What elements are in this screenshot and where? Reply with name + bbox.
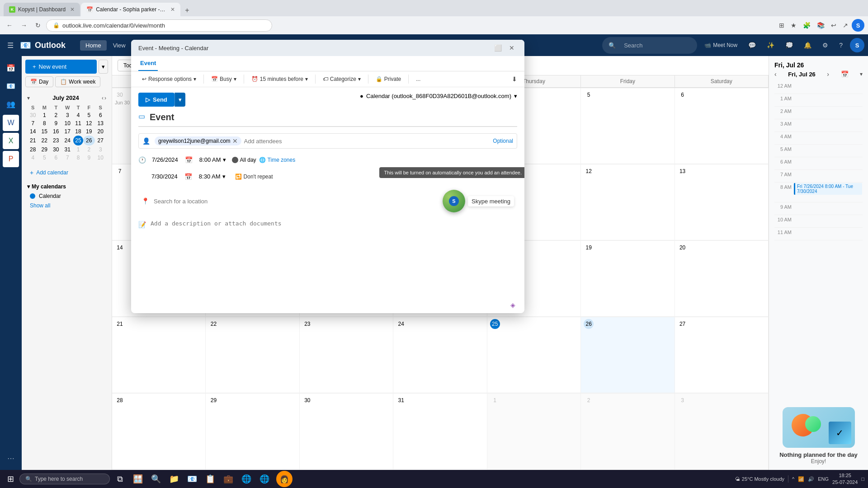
- notifications-button[interactable]: 🔔: [800, 40, 815, 51]
- help-question-button[interactable]: ?: [835, 40, 846, 51]
- attendee-remove-button[interactable]: ✕: [232, 137, 238, 145]
- cal-selected[interactable]: 26: [83, 136, 95, 145]
- end-date-input[interactable]: 7/30/2024: [148, 171, 181, 182]
- cal-day[interactable]: 5: [39, 154, 51, 162]
- description-input[interactable]: [151, 220, 517, 310]
- time-slot-7am[interactable]: [793, 170, 863, 182]
- taskbar-tasks[interactable]: 📋: [202, 471, 218, 487]
- time-slot-8am[interactable]: Fri 7/26/2024 8:00 AM - Tue 7/30/2024: [793, 183, 863, 202]
- volume-icon[interactable]: 🔊: [808, 476, 814, 482]
- tab-kopyst-close[interactable]: ✕: [70, 6, 75, 13]
- forward-button[interactable]: →: [18, 20, 30, 31]
- event-block-8am[interactable]: Fri 7/26/2024 8:00 AM - Tue 7/30/2024: [794, 183, 862, 195]
- cal-cell-31[interactable]: 31: [393, 394, 487, 470]
- icon-bar-ppt[interactable]: P: [3, 151, 19, 167]
- cal-day[interactable]: 8: [39, 119, 51, 127]
- mini-cal-collapse[interactable]: ▾: [27, 95, 30, 101]
- cal-day[interactable]: 24: [62, 136, 74, 145]
- cal-cell-19[interactable]: 19: [581, 241, 675, 317]
- work-week-view-button[interactable]: 📋 Work week: [55, 76, 100, 87]
- cal-day[interactable]: 30: [50, 145, 62, 154]
- response-options-button[interactable]: ↩ Response options ▾: [138, 74, 200, 84]
- time-slot-4am[interactable]: [793, 132, 863, 144]
- skype-meeting-area[interactable]: S Skype meeting: [443, 190, 514, 212]
- hamburger-menu[interactable]: ☰: [4, 39, 17, 52]
- modal-close-button[interactable]: ✕: [506, 43, 517, 52]
- cal-day[interactable]: 13: [95, 119, 107, 127]
- cal-day[interactable]: 21: [27, 136, 39, 145]
- cal-day[interactable]: 2: [50, 111, 62, 119]
- cal-day[interactable]: 10: [62, 119, 74, 127]
- icon-bar-calendar[interactable]: 📅: [3, 60, 19, 76]
- new-event-button[interactable]: + New event: [25, 60, 97, 74]
- icon-bar-people[interactable]: 👥: [3, 96, 19, 112]
- tab-kopyst[interactable]: K Kopyst | Dashboard ✕: [4, 3, 80, 16]
- cal-day[interactable]: 5: [83, 111, 95, 119]
- cal-cell-28[interactable]: 28: [112, 394, 206, 470]
- taskbar-search-app[interactable]: 🔍: [148, 471, 164, 487]
- mini-cal-next[interactable]: ›: [104, 95, 106, 101]
- cal-day[interactable]: 4: [73, 111, 83, 119]
- icon-bar-word[interactable]: W: [3, 115, 19, 131]
- day-view-button[interactable]: 📅 Day: [25, 76, 53, 87]
- back-button[interactable]: ←: [4, 20, 15, 31]
- start-date-picker[interactable]: 📅: [184, 155, 193, 164]
- cal-cell-5[interactable]: 5: [581, 88, 675, 164]
- cal-cell-aug1[interactable]: 1: [487, 394, 581, 470]
- cal-day[interactable]: 3: [95, 145, 107, 154]
- cal-day[interactable]: 29: [39, 145, 51, 154]
- nav-tab-view[interactable]: View: [108, 40, 131, 51]
- taskbar-task-view[interactable]: ⧉: [112, 471, 128, 487]
- cal-day[interactable]: 28: [27, 145, 39, 154]
- attendee-tag[interactable]: greywilson12june@gmail.com ✕: [155, 136, 241, 145]
- show-all-button[interactable]: Show all: [27, 201, 106, 211]
- send-button[interactable]: ▷ Send: [138, 93, 175, 107]
- cal-cell-12[interactable]: 12: [581, 164, 675, 240]
- extensions2-button[interactable]: 🧩: [800, 19, 813, 32]
- skype-bubble[interactable]: S: [443, 190, 465, 212]
- mini-cal-prev[interactable]: ‹: [102, 95, 104, 101]
- cal-day[interactable]: 7: [62, 154, 74, 162]
- taskbar-clock[interactable]: 18:25 25-07-2024: [832, 472, 858, 486]
- event-title[interactable]: Event: [150, 112, 174, 122]
- collections-button[interactable]: 📚: [814, 19, 827, 32]
- busy-button[interactable]: 📅 Busy ▾: [208, 74, 240, 84]
- settings-button[interactable]: ⚙: [819, 40, 832, 51]
- tab-calendar-close[interactable]: ✕: [170, 6, 175, 13]
- cal-day[interactable]: 6: [50, 154, 62, 162]
- cal-day[interactable]: 20: [95, 127, 107, 136]
- calendar-selector[interactable]: ● Calendar (outlook_868F0D39A82D601B@out…: [360, 93, 517, 99]
- modal-tab-event[interactable]: Event: [138, 56, 158, 71]
- cal-day[interactable]: 27: [95, 136, 107, 145]
- new-event-dropdown[interactable]: ▾: [99, 60, 108, 74]
- cal-day[interactable]: 8: [73, 154, 83, 162]
- cal-day[interactable]: 16: [50, 127, 62, 136]
- time-panel-prev[interactable]: ‹: [774, 70, 777, 78]
- network-icon[interactable]: 📶: [798, 476, 804, 482]
- history-back-button[interactable]: ↩: [828, 19, 839, 32]
- end-date-picker[interactable]: 📅: [184, 172, 193, 181]
- cal-cell-aug2[interactable]: 2: [581, 394, 675, 470]
- my-calendars-header[interactable]: ▾ My calendars: [27, 182, 106, 192]
- taskbar-windows-icon[interactable]: 🪟: [130, 471, 146, 487]
- refresh-button[interactable]: ↻: [33, 20, 43, 31]
- time-slot-1am[interactable]: [793, 94, 863, 106]
- repeat-button[interactable]: 🔁 Don't repeat: [231, 172, 277, 182]
- meet-now-button[interactable]: 📹 Meet Now: [701, 40, 741, 50]
- cal-day[interactable]: 18: [73, 127, 83, 136]
- share-button[interactable]: ↗: [840, 19, 851, 32]
- time-slot-3am[interactable]: [793, 119, 863, 131]
- cal-day[interactable]: 12: [83, 119, 95, 127]
- tab-calendar[interactable]: 📅 Calendar - Sophia parker - Out... ✕: [81, 3, 180, 16]
- location-input[interactable]: [154, 198, 438, 205]
- cal-day[interactable]: 3: [62, 111, 74, 119]
- taskbar-another-app[interactable]: 🌐: [256, 471, 273, 487]
- time-slot-10am[interactable]: [793, 215, 863, 227]
- cal-day[interactable]: 9: [50, 119, 62, 127]
- cal-today[interactable]: 25: [73, 136, 83, 145]
- cal-cell-24[interactable]: 24: [393, 317, 487, 393]
- cal-day[interactable]: 2: [83, 145, 95, 154]
- modal-expand-button[interactable]: ⬇: [512, 75, 517, 83]
- new-tab-button[interactable]: +: [181, 5, 193, 16]
- mini-cal-title[interactable]: July 2024: [52, 94, 79, 101]
